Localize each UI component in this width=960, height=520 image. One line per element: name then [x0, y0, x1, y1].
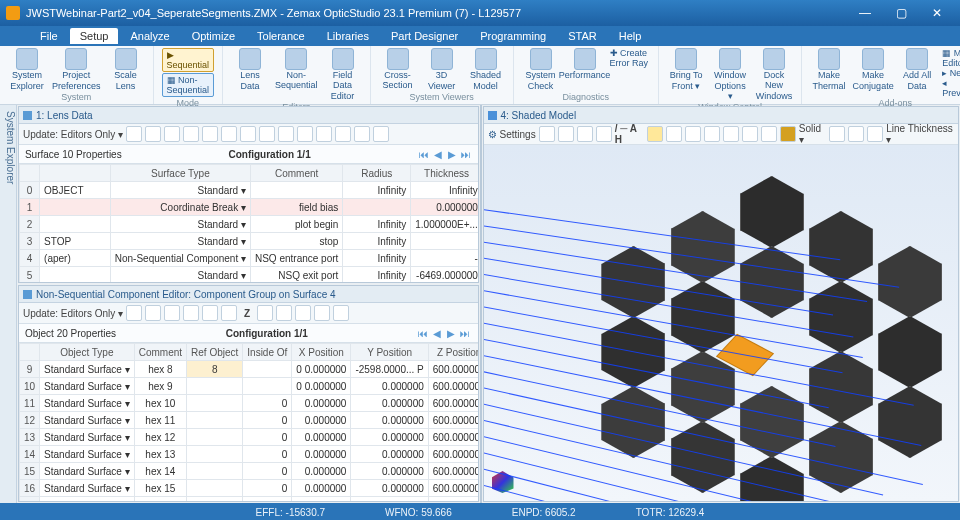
ribbon-window-options-[interactable]: WindowOptions ▾ — [711, 48, 749, 102]
tool-icon[interactable] — [202, 305, 218, 321]
menu-analyze[interactable]: Analyze — [120, 28, 179, 44]
table-row[interactable]: 15Standard Surface ▾hex 1400.0000000.000… — [19, 463, 477, 480]
tool-icon[interactable] — [829, 126, 845, 142]
col-header[interactable]: Surface Type — [110, 165, 250, 182]
tool-icon[interactable] — [848, 126, 864, 142]
solid-icon[interactable] — [780, 126, 796, 142]
table-row[interactable]: 16Standard Surface ▾hex 1500.0000000.000… — [19, 480, 477, 497]
tool-icon[interactable] — [164, 305, 180, 321]
nav-first-icon[interactable]: ⏮ — [417, 327, 429, 339]
col-header[interactable]: Y Position — [351, 344, 428, 361]
table-row[interactable]: 13Standard Surface ▾hex 1200.0000000.000… — [19, 429, 477, 446]
menu-file[interactable]: File — [30, 28, 68, 44]
minimize-button[interactable]: — — [848, 2, 882, 24]
prev-btn[interactable]: ◂ Previous — [942, 78, 960, 98]
menu-help[interactable]: Help — [609, 28, 652, 44]
col-header[interactable]: Z Position — [428, 344, 477, 361]
tool-icon[interactable] — [240, 126, 256, 142]
surface-properties[interactable]: Surface 10 Properties — [25, 149, 122, 160]
tool-icon[interactable] — [316, 126, 332, 142]
menu-libraries[interactable]: Libraries — [317, 28, 379, 44]
tool-icon[interactable] — [685, 126, 701, 142]
tool-icon[interactable] — [354, 126, 370, 142]
nav-last-icon[interactable]: ⏭ — [460, 148, 472, 160]
tool-icon[interactable] — [373, 126, 389, 142]
tool-icon[interactable] — [202, 126, 218, 142]
settings-btn[interactable]: Settings — [500, 129, 536, 140]
menu-optimize[interactable]: Optimize — [182, 28, 245, 44]
tool-icon[interactable] — [314, 305, 330, 321]
table-row[interactable]: 4(aper)Non-Sequential Component ▾NSQ ent… — [19, 250, 477, 267]
object-properties[interactable]: Object 20 Properties — [25, 328, 116, 339]
ribbon-bring-to-front-[interactable]: Bring ToFront ▾ — [667, 48, 705, 92]
tool-icon[interactable] — [145, 305, 161, 321]
table-row[interactable]: 12Standard Surface ▾hex 1100.0000000.000… — [19, 412, 477, 429]
nonsequential-mode[interactable]: ▦ Non-Sequential — [162, 73, 215, 97]
nav-last-icon[interactable]: ⏭ — [459, 327, 471, 339]
tool-icon[interactable] — [539, 126, 555, 142]
ribbon-lens-data[interactable]: LensData — [231, 48, 269, 92]
3d-viewport[interactable] — [484, 145, 959, 501]
menu-star[interactable]: STAR — [558, 28, 607, 44]
ribbon-performance-[interactable]: Performance — [566, 48, 604, 82]
ribbon-add-all-data[interactable]: Add AllData — [898, 48, 936, 92]
ribbon-3d-viewer[interactable]: 3DViewer — [423, 48, 461, 92]
col-header[interactable]: Inside Of — [243, 344, 292, 361]
nav-first-icon[interactable]: ⏮ — [418, 148, 430, 160]
update-mode[interactable]: Update: Editors Only ▾ — [23, 308, 123, 319]
table-row[interactable]: 3STOPStandard ▾stopInfinity3330.5505030.… — [19, 233, 477, 250]
tool-icon[interactable] — [333, 305, 349, 321]
tool-icon[interactable] — [666, 126, 682, 142]
col-header[interactable]: X Position — [292, 344, 351, 361]
table-row[interactable]: 0OBJECTStandard ▾InfinityInfinityInfinit… — [19, 182, 477, 199]
ribbon-non-sequential-[interactable]: Non-Sequential — [275, 48, 318, 92]
highlight-icon[interactable] — [647, 126, 663, 142]
tool-icon[interactable] — [278, 126, 294, 142]
tool-icon[interactable] — [297, 126, 313, 142]
tool-icon[interactable] — [221, 305, 237, 321]
tool-icon[interactable] — [742, 126, 758, 142]
tool-icon[interactable] — [867, 126, 883, 142]
ribbon-project-preferences[interactable]: ProjectPreferences — [52, 48, 101, 92]
ribbon-system-check[interactable]: SystemCheck — [522, 48, 560, 92]
table-row[interactable]: 1Coordinate Break ▾field bias0.0000000.0… — [19, 199, 477, 216]
table-row[interactable]: 5Standard ▾NSQ exit portInfinity-6469.00… — [19, 267, 477, 283]
tool-icon[interactable] — [257, 305, 273, 321]
tool-icon[interactable] — [183, 126, 199, 142]
tool-icon[interactable] — [295, 305, 311, 321]
ribbon-dock-new-windows[interactable]: Dock NewWindows — [755, 48, 793, 102]
col-header[interactable]: Ref Object — [187, 344, 243, 361]
table-row[interactable]: 14Standard Surface ▾hex 1300.0000000.000… — [19, 446, 477, 463]
tool-icon[interactable] — [761, 126, 777, 142]
tool-icon[interactable] — [126, 305, 142, 321]
sequential-mode[interactable]: ▶ Sequential — [162, 48, 215, 72]
tool-icon[interactable] — [145, 126, 161, 142]
menu-setup[interactable]: Setup — [70, 28, 119, 44]
col-header[interactable] — [40, 165, 111, 182]
ribbon-field-data-editor[interactable]: Field DataEditor — [324, 48, 362, 102]
tool-icon[interactable] — [276, 305, 292, 321]
tool-icon[interactable] — [558, 126, 574, 142]
lens-table-scroll[interactable]: Surface TypeCommentRadiusThicknessMateri… — [19, 164, 478, 282]
mc-editor[interactable]: ▦ MC Editor — [942, 48, 960, 68]
tool-icon[interactable] — [221, 126, 237, 142]
ribbon-cross-section-[interactable]: Cross-Section — [379, 48, 417, 92]
col-header[interactable]: Comment — [250, 165, 342, 182]
tool-icon[interactable] — [164, 126, 180, 142]
table-row[interactable]: 2Standard ▾plot beginInfinity1.000000E+.… — [19, 216, 477, 233]
tool-icon[interactable] — [577, 126, 593, 142]
tool-icon[interactable] — [335, 126, 351, 142]
nav-next-icon[interactable]: ▶ — [445, 327, 457, 339]
line-thickness[interactable]: Line Thickness ▾ — [886, 124, 954, 145]
tool-icon[interactable] — [183, 305, 199, 321]
create-error-ray[interactable]: ✚ Create Error Ray — [610, 48, 651, 68]
nav-prev-icon[interactable]: ◀ — [432, 148, 444, 160]
ribbon-scale-lens[interactable]: ScaleLens — [107, 48, 145, 92]
menu-part-designer[interactable]: Part Designer — [381, 28, 468, 44]
maximize-button[interactable]: ▢ — [884, 2, 918, 24]
system-explorer-tab[interactable]: System Explorer — [0, 105, 17, 503]
ribbon-make-thermal[interactable]: MakeThermal — [810, 48, 848, 92]
ribbon-system-explorer[interactable]: SystemExplorer — [8, 48, 46, 92]
menu-tolerance[interactable]: Tolerance — [247, 28, 315, 44]
close-button[interactable]: ✕ — [920, 2, 954, 24]
